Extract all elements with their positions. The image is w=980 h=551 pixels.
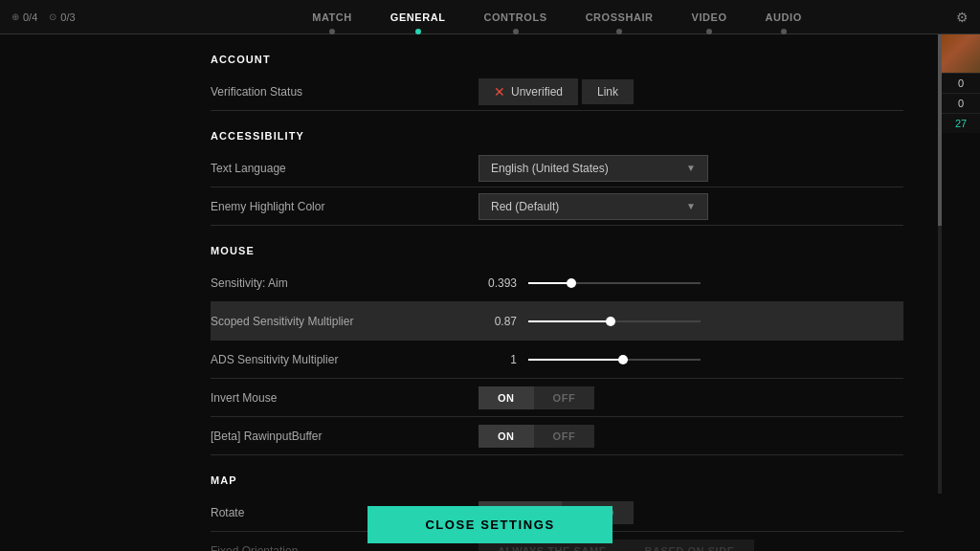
unverified-text: Unverified [511, 85, 563, 99]
enemy-highlight-row: Enemy Highlight Color Red (Default) ▼ [211, 187, 903, 226]
tab-controls[interactable]: CONTROLS [465, 0, 567, 34]
tab-crosshair[interactable]: CROSSHAIR [567, 0, 673, 34]
tab-audio[interactable]: AUDIO [746, 0, 821, 34]
side-number-2: 0 [942, 93, 980, 113]
ads-sensitivity-fill [528, 359, 623, 361]
invert-mouse-control: On Off [479, 386, 903, 409]
sensitivity-aim-row: Sensitivity: Aim 0.393 [211, 264, 903, 302]
scoped-sensitivity-label: Scoped Sensitivity Multiplier [211, 315, 479, 328]
ads-sensitivity-label: ADS Sensitivity Multiplier [211, 353, 479, 366]
right-panel: 0 0 27 [942, 34, 980, 133]
invert-mouse-on-btn[interactable]: On [479, 386, 534, 409]
ads-sensitivity-track[interactable] [528, 359, 701, 361]
raw-input-row: [Beta] RawinputBuffer On Off [211, 417, 903, 455]
raw-input-label: [Beta] RawinputBuffer [211, 430, 479, 443]
ads-sensitivity-thumb[interactable] [618, 355, 628, 364]
scoped-sensitivity-fill [528, 320, 611, 322]
sensitivity-aim-thumb[interactable] [567, 278, 576, 288]
sensitivity-aim-slider-container: 0.393 [479, 276, 903, 290]
gear-icon[interactable]: ⚙ [956, 10, 969, 25]
text-language-control: English (United States) ▼ [479, 155, 903, 182]
stat-2-value: 0/3 [60, 11, 75, 23]
nav-stats: ⊕ 0/4 ⊙ 0/3 [0, 11, 191, 23]
scoped-sensitivity-row: Scoped Sensitivity Multiplier 0.87 [211, 302, 903, 341]
text-language-dropdown[interactable]: English (United States) ▼ [479, 155, 708, 182]
chevron-down-icon: ▼ [686, 163, 696, 173]
avatar [942, 34, 980, 73]
side-number-1: 0 [942, 73, 980, 93]
section-map: MAP [211, 474, 903, 486]
unverified-cell: ✕ Unverified [479, 78, 578, 105]
enemy-highlight-value: Red (Default) [491, 200, 559, 213]
sensitivity-aim-control: 0.393 [479, 276, 903, 290]
stat-1: ⊕ 0/4 [11, 11, 37, 23]
link-cell[interactable]: Link [582, 79, 634, 104]
settings-content[interactable]: ACCOUNT Verification Status ✕ Unverified… [172, 34, 942, 551]
text-language-row: Text Language English (United States) ▼ [211, 149, 903, 187]
ads-sensitivity-row: ADS Sensitivity Multiplier 1 [211, 341, 903, 379]
enemy-highlight-label: Enemy Highlight Color [211, 200, 479, 213]
invert-mouse-off-btn[interactable]: Off [534, 386, 595, 409]
enemy-highlight-dropdown[interactable]: Red (Default) ▼ [479, 193, 708, 220]
scoped-sensitivity-control: 0.87 [479, 315, 903, 328]
tab-video[interactable]: VIDEO [673, 0, 746, 34]
verification-control: ✕ Unverified Link [479, 78, 903, 105]
raw-input-toggle: On Off [479, 425, 594, 448]
section-accessibility: ACCESSIBILITY [211, 130, 903, 142]
nav-tabs: MATCH GENERAL CONTROLS CROSSHAIR VIDEO A… [191, 0, 923, 34]
enemy-highlight-control: Red (Default) ▼ [479, 193, 903, 220]
scoped-sensitivity-thumb[interactable] [606, 317, 615, 326]
verification-row: Verification Status ✕ Unverified Link [211, 73, 903, 111]
tab-match[interactable]: MATCH [293, 0, 371, 34]
text-language-label: Text Language [211, 162, 479, 175]
raw-input-off-btn[interactable]: Off [534, 425, 595, 448]
x-icon: ✕ [494, 84, 505, 99]
section-account: ACCOUNT [211, 54, 903, 65]
top-nav-bar: ⊕ 0/4 ⊙ 0/3 MATCH GENERAL CONTROLS CROSS… [0, 0, 980, 34]
ads-sensitivity-value: 1 [479, 353, 517, 366]
sensitivity-aim-fill [528, 282, 571, 284]
nav-right: ⚙ [923, 10, 980, 25]
scoped-sensitivity-track[interactable] [528, 320, 701, 322]
raw-input-control: On Off [479, 425, 903, 448]
stat-2: ⊙ 0/3 [49, 11, 75, 23]
scoped-sensitivity-slider-container: 0.87 [479, 315, 903, 328]
close-settings-button[interactable]: CLOSE SETTINGS [368, 506, 612, 543]
shield-icon: ⊙ [49, 11, 56, 22]
chevron-down-icon-2: ▼ [686, 201, 696, 211]
close-btn-container: CLOSE SETTINGS [0, 497, 980, 551]
raw-input-on-btn[interactable]: On [479, 425, 534, 448]
sensitivity-aim-label: Sensitivity: Aim [211, 276, 479, 290]
sensitivity-aim-value: 0.393 [479, 276, 517, 290]
invert-mouse-label: Invert Mouse [211, 391, 479, 405]
crosshair-icon: ⊕ [11, 11, 19, 22]
ads-sensitivity-slider-container: 1 [479, 353, 903, 366]
ads-sensitivity-control: 1 [479, 353, 903, 366]
stat-1-value: 0/4 [23, 11, 37, 23]
section-mouse: MOUSE [211, 245, 903, 256]
side-number-3: 27 [942, 113, 980, 133]
invert-mouse-toggle: On Off [479, 386, 594, 409]
text-language-value: English (United States) [491, 162, 609, 175]
settings-panel: ACCOUNT Verification Status ✕ Unverified… [172, 34, 942, 551]
scoped-sensitivity-value: 0.87 [479, 315, 517, 328]
tab-general[interactable]: GENERAL [371, 0, 465, 34]
sensitivity-aim-track[interactable] [528, 282, 701, 284]
verification-label: Verification Status [211, 85, 479, 99]
invert-mouse-row: Invert Mouse On Off [211, 379, 903, 417]
